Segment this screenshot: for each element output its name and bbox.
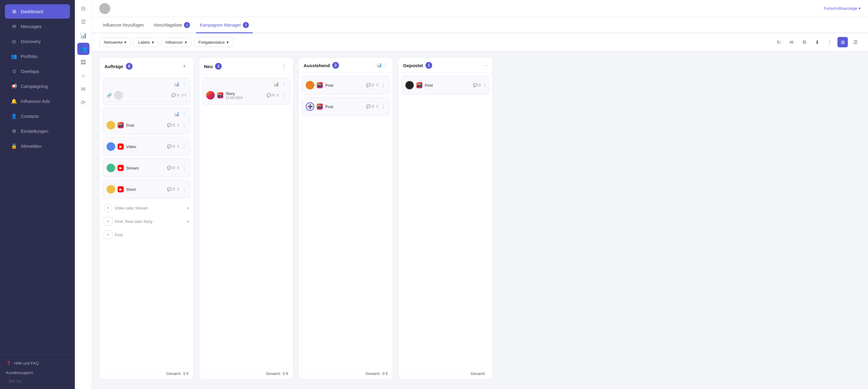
list-view-icon[interactable]: ☰ bbox=[850, 37, 861, 47]
ausstehend-menu[interactable]: ⋮ bbox=[383, 63, 388, 68]
card-top-2: 📊 ⋮ bbox=[106, 111, 187, 117]
icon-strip: ⊟ ☰ 📊 👥 🖼 ☆ ✉ ⟳ bbox=[75, 0, 92, 389]
neu-add-button[interactable]: ⋮ bbox=[280, 62, 288, 70]
messages-icon: ✉ bbox=[11, 24, 17, 29]
strip-history-icon[interactable]: ⟳ bbox=[77, 96, 90, 109]
card-auftraege-3: ▶ Video 💬 0 € ⋮ bbox=[103, 137, 191, 156]
help-label: Hilfe und FAQ bbox=[14, 361, 39, 365]
column-title-ausstehend: Ausstehend 2 bbox=[304, 62, 339, 69]
auftraege-total-amount: 0 € bbox=[183, 371, 189, 376]
help-link[interactable]: ❓ Hilfe und FAQ bbox=[2, 358, 72, 368]
strip-list-icon[interactable]: ☰ bbox=[77, 16, 90, 28]
ausstehend-badge: 2 bbox=[332, 62, 339, 69]
aus-amount-2: € bbox=[376, 104, 378, 109]
copy-icon[interactable]: ⧉ bbox=[799, 37, 809, 47]
sidebar-item-abmelden[interactable]: 🔒 Abmelden bbox=[5, 139, 70, 153]
download-icon[interactable]: ⬇ bbox=[812, 37, 822, 47]
tab-label-vorschlagsliste: Vorschlagsliste bbox=[154, 23, 182, 28]
tab-vorschlagsliste[interactable]: Vorschlagsliste 1 bbox=[150, 17, 194, 33]
aus-menu-2[interactable]: ⋮ bbox=[381, 104, 386, 109]
topbar-right: Fortschrittsanzeige ▾ bbox=[824, 6, 861, 11]
mail-icon[interactable]: ✉ bbox=[786, 37, 797, 47]
sidebar-item-discovery[interactable]: ◎ Discovery bbox=[5, 34, 70, 48]
aus-menu-1[interactable]: ⋮ bbox=[381, 83, 386, 88]
auftraege-add-button[interactable]: + bbox=[180, 62, 189, 70]
strip-chart-icon[interactable]: 📊 bbox=[77, 29, 90, 41]
card-row-aus-1: 📷 Post 💬 0 € ⋮ bbox=[306, 79, 386, 91]
chart-icon: 📊 bbox=[174, 82, 179, 87]
sidebar-item-einstellungen[interactable]: ⚙ Einstellungen bbox=[5, 124, 70, 138]
ausstehend-label: Ausstehend bbox=[304, 63, 330, 68]
card-menu-icon2[interactable]: ⋮ bbox=[182, 111, 187, 117]
column-body-auftraege: 📊 ⋮ 🔗 💬 0 0 € 📊 ⋮ bbox=[99, 74, 194, 368]
filter-labels[interactable]: Labels ▾ bbox=[133, 38, 158, 47]
ig-icon-aus-1: 📷 bbox=[317, 82, 323, 88]
neu-badge: 1 bbox=[215, 63, 222, 70]
card-menu2[interactable]: ⋮ bbox=[182, 123, 187, 128]
more-icon[interactable]: ⋮ bbox=[825, 37, 835, 47]
chart2-icon: 📊 bbox=[174, 111, 179, 116]
card-menu4[interactable]: ⋮ bbox=[182, 165, 187, 171]
sidebar-label-abmelden: Abmelden bbox=[21, 143, 41, 149]
add-video-stream[interactable]: + Video oder Stream + bbox=[103, 201, 191, 215]
add-yt-icon: + bbox=[104, 204, 113, 212]
filter-freigabestatus[interactable]: Freigabestatus ▾ bbox=[194, 38, 233, 47]
add-post[interactable]: + Post bbox=[103, 228, 191, 241]
ausstehend-actions: 📊 ⋮ bbox=[377, 63, 388, 68]
card-menu-icon[interactable]: ⋮ bbox=[182, 81, 187, 87]
ig-icon-gep-1: 📷 bbox=[416, 82, 423, 88]
tab-kampagnen-manager[interactable]: Kampagnen Manager 3 bbox=[196, 17, 253, 33]
add-post-reel-story[interactable]: + Post, Reel oder Story + bbox=[103, 215, 191, 228]
grid-view-icon[interactable]: ⊞ bbox=[837, 37, 848, 47]
chevron-down-icon: ▾ bbox=[859, 6, 861, 11]
sidebar-item-contacts[interactable]: 👤 Contacts bbox=[5, 109, 70, 123]
story-info: Story 12.09.2024 bbox=[226, 91, 264, 100]
strip-mail-icon[interactable]: ✉ bbox=[77, 83, 90, 95]
column-body-neu: 📊 ⋮ 📷 Story 12.09.2024 💬 0 € ⋮ bbox=[199, 74, 293, 368]
sidebar-item-messages[interactable]: ✉ Messages bbox=[5, 19, 70, 34]
column-header-neu: Neu 1 ⋮ bbox=[199, 58, 293, 74]
column-title-gepostet: Gepostet 1 bbox=[403, 62, 432, 69]
strip-star-icon[interactable]: ☆ bbox=[77, 70, 90, 82]
sidebar-label-einstellungen: Einstellungen bbox=[21, 129, 48, 134]
card-row-story: 📷 Story 12.09.2024 💬 0 € ⋮ bbox=[206, 89, 286, 101]
filter-influencer-label: Influencer bbox=[165, 40, 183, 44]
filter-influencer[interactable]: Influencer ▾ bbox=[161, 38, 191, 47]
card-amount: 0 € bbox=[181, 93, 187, 97]
chevron-down-icon: ▾ bbox=[185, 40, 187, 44]
support-label: Kundensupport bbox=[6, 370, 33, 375]
filter-netzwerke[interactable]: Netzwerke ▾ bbox=[99, 38, 131, 47]
strip-image-icon[interactable]: 🖼 bbox=[77, 56, 90, 68]
sidebar-item-portfolio[interactable]: 👥 Portfolio bbox=[5, 49, 70, 64]
ausstehend-footer: Gesamt: 0 € bbox=[299, 368, 393, 379]
card-amount-2: € bbox=[177, 123, 179, 127]
portfolio-icon: 👥 bbox=[11, 54, 17, 59]
card-row-aus-2: ➕ 📷 Post 💬 0 € ⋮ bbox=[306, 100, 386, 113]
card-avatar-gep-1 bbox=[405, 81, 414, 90]
column-gepostet: Gepostet 1 — 📷 Post 💬 0 | bbox=[398, 57, 493, 379]
sidebar-label-discovery: Discovery bbox=[21, 39, 41, 44]
story-menu[interactable]: ⋮ bbox=[281, 93, 286, 98]
strip-people-icon[interactable]: 👥 bbox=[77, 43, 90, 55]
user-avatar bbox=[99, 3, 110, 14]
sidebar-item-overlaps[interactable]: ⊙ Overlaps bbox=[5, 64, 70, 78]
refresh-icon[interactable]: ↻ bbox=[773, 37, 784, 47]
auftraege-label: Aufträge bbox=[104, 64, 123, 69]
sidebar-item-campaigning[interactable]: 📢 Campaigning bbox=[5, 79, 70, 93]
sidebar-label-contacts: Contacts bbox=[21, 114, 39, 119]
card-auftraege-5: ▶ Short 💬 0 € ⋮ bbox=[103, 180, 191, 199]
strip-grid-icon[interactable]: ⊟ bbox=[77, 2, 90, 15]
card-menu-neu[interactable]: ⋮ bbox=[281, 81, 286, 87]
sidebar-item-dashboard[interactable]: ⊞ Dashboard bbox=[5, 4, 70, 19]
card-menu3[interactable]: ⋮ bbox=[182, 144, 187, 150]
aus-stats-1: 💬 0 bbox=[366, 83, 374, 87]
fortschritt-link[interactable]: Fortschrittsanzeige ▾ bbox=[824, 6, 861, 11]
card-menu5[interactable]: ⋮ bbox=[182, 187, 187, 192]
support-link[interactable]: Kundensupport bbox=[2, 368, 72, 378]
ausstehend-total-label: Gesamt: bbox=[366, 371, 380, 376]
ig-icon-story: 📷 bbox=[217, 92, 223, 98]
column-ausstehend: Ausstehend 2 📊 ⋮ 📷 Post 💬 0 € bbox=[299, 57, 393, 379]
card-top-1: 📊 ⋮ bbox=[106, 81, 187, 87]
sidebar-item-influencer-ads[interactable]: 🔔 Influencer Ads bbox=[5, 94, 70, 108]
tab-influencer-hinzufuegen[interactable]: Influencer hinzufügen bbox=[99, 18, 148, 33]
